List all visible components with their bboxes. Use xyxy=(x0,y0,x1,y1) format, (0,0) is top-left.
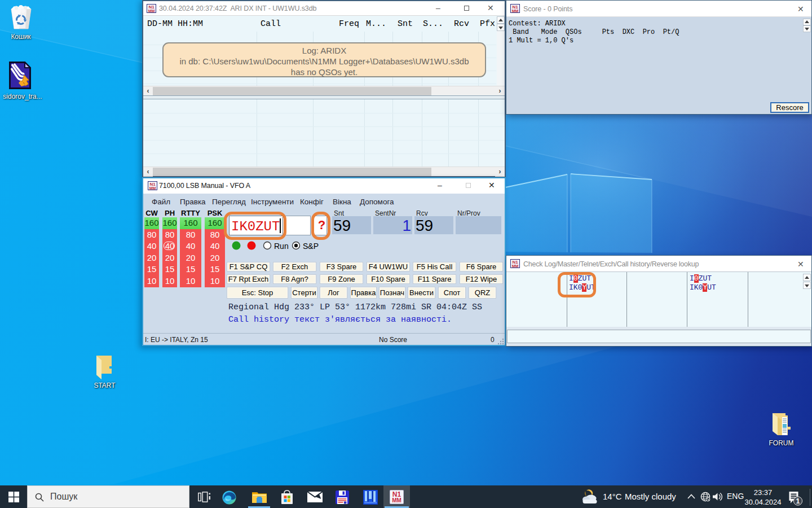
svg-text:MM: MM xyxy=(392,497,401,503)
svg-text:MM: MM xyxy=(512,9,519,13)
svg-text:MM: MM xyxy=(148,9,155,13)
svg-text:1: 1 xyxy=(796,497,800,505)
svg-text:MM: MM xyxy=(149,186,156,190)
svg-text:MM: MM xyxy=(512,264,519,268)
